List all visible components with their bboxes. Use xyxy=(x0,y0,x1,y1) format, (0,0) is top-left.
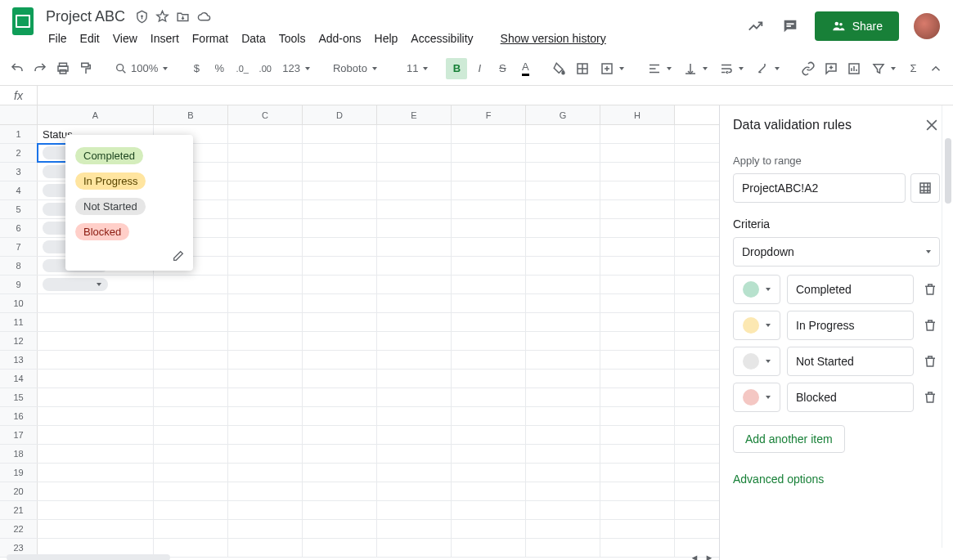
cell-E21[interactable] xyxy=(377,501,452,519)
cell-B17[interactable] xyxy=(154,426,228,444)
row-header-17[interactable]: 17 xyxy=(0,426,38,444)
row-header-15[interactable]: 15 xyxy=(0,388,38,406)
menu-format[interactable]: Format xyxy=(187,29,234,48)
cell-D17[interactable] xyxy=(303,426,377,444)
cell-A21[interactable] xyxy=(38,501,154,519)
cell-F11[interactable] xyxy=(452,313,526,331)
range-input[interactable]: ProjectABC!A2 xyxy=(733,173,906,203)
cell-D21[interactable] xyxy=(303,501,377,519)
delete-option-button[interactable] xyxy=(920,318,940,333)
cell-D2[interactable] xyxy=(303,144,377,162)
cell-G16[interactable] xyxy=(526,407,600,425)
fill-color-button[interactable] xyxy=(549,58,570,79)
column-header-D[interactable]: D xyxy=(303,105,377,124)
paint-format-button[interactable] xyxy=(75,58,97,79)
cell-G23[interactable] xyxy=(526,539,600,557)
cell-C20[interactable] xyxy=(228,482,303,500)
cell-D20[interactable] xyxy=(303,482,377,500)
cell-D3[interactable] xyxy=(303,163,377,181)
cell-C10[interactable] xyxy=(228,294,303,312)
close-panel-button[interactable] xyxy=(924,117,940,133)
cell-G8[interactable] xyxy=(526,257,600,275)
cell-D1[interactable] xyxy=(303,125,377,143)
cell-F12[interactable] xyxy=(452,332,526,350)
cell-B21[interactable] xyxy=(154,501,228,519)
number-format-dropdown[interactable]: 123 xyxy=(277,58,315,79)
cell-H13[interactable] xyxy=(600,351,675,369)
cell-F17[interactable] xyxy=(452,426,526,444)
cell-D9[interactable] xyxy=(303,276,377,293)
inspect-icon[interactable] xyxy=(135,10,149,24)
row-header-18[interactable]: 18 xyxy=(0,445,38,463)
h-align-dropdown[interactable] xyxy=(642,58,677,79)
column-header-E[interactable]: E xyxy=(377,105,452,124)
cell-F20[interactable] xyxy=(452,482,526,500)
cell-F13[interactable] xyxy=(452,351,526,369)
row-header-12[interactable]: 12 xyxy=(0,332,38,350)
cell-E3[interactable] xyxy=(377,163,452,181)
cell-E5[interactable] xyxy=(377,200,452,218)
cell-F19[interactable] xyxy=(452,464,526,482)
star-icon[interactable] xyxy=(155,10,169,24)
cell-G17[interactable] xyxy=(526,426,600,444)
column-header-G[interactable]: G xyxy=(526,105,600,124)
cell-F8[interactable] xyxy=(452,257,526,275)
zoom-dropdown[interactable]: 100% xyxy=(110,58,173,79)
cell-G22[interactable] xyxy=(526,520,600,538)
cell-F18[interactable] xyxy=(452,445,526,463)
cell-C6[interactable] xyxy=(228,219,303,237)
cell-H5[interactable] xyxy=(600,200,675,218)
column-header-C[interactable]: C xyxy=(228,105,303,124)
option-color-dropdown[interactable] xyxy=(733,275,780,304)
cell-C19[interactable] xyxy=(228,464,303,482)
decrease-decimal-button[interactable]: .0_ xyxy=(232,58,253,79)
cell-F7[interactable] xyxy=(452,238,526,256)
row-header-16[interactable]: 16 xyxy=(0,407,38,425)
option-color-dropdown[interactable] xyxy=(733,383,780,412)
column-header-A[interactable]: A xyxy=(38,105,154,124)
cell-B14[interactable] xyxy=(154,370,228,388)
cell-E10[interactable] xyxy=(377,294,452,312)
cell-H23[interactable] xyxy=(600,539,675,557)
edit-dropdown-icon[interactable] xyxy=(65,244,193,267)
cell-F3[interactable] xyxy=(452,163,526,181)
cell-F1[interactable] xyxy=(452,125,526,143)
row-header-21[interactable]: 21 xyxy=(0,501,38,519)
cell-B22[interactable] xyxy=(154,520,228,538)
cell-D4[interactable] xyxy=(303,181,377,199)
cell-B16[interactable] xyxy=(154,407,228,425)
option-color-dropdown[interactable] xyxy=(733,311,780,340)
option-color-dropdown[interactable] xyxy=(733,347,780,376)
dropdown-chip[interactable] xyxy=(43,278,108,291)
cell-D18[interactable] xyxy=(303,445,377,463)
row-header-5[interactable]: 5 xyxy=(0,200,38,218)
row-header-1[interactable]: 1 xyxy=(0,125,38,143)
cell-C4[interactable] xyxy=(228,181,303,199)
cell-D22[interactable] xyxy=(303,520,377,538)
add-item-button[interactable]: Add another item xyxy=(733,425,845,453)
redo-button[interactable] xyxy=(29,58,51,79)
cell-E16[interactable] xyxy=(377,407,452,425)
cell-F4[interactable] xyxy=(452,181,526,199)
cell-H8[interactable] xyxy=(600,257,675,275)
row-header-14[interactable]: 14 xyxy=(0,370,38,388)
cell-H12[interactable] xyxy=(600,332,675,350)
cell-C9[interactable] xyxy=(228,276,303,293)
cell-E12[interactable] xyxy=(377,332,452,350)
cell-E13[interactable] xyxy=(377,351,452,369)
menu-file[interactable]: File xyxy=(43,29,73,48)
option-value-input[interactable]: Not Started xyxy=(787,347,914,376)
cell-A13[interactable] xyxy=(38,351,154,369)
filter-dropdown[interactable] xyxy=(866,58,901,79)
cell-G6[interactable] xyxy=(526,219,600,237)
cell-E8[interactable] xyxy=(377,257,452,275)
increase-decimal-button[interactable]: .00 xyxy=(254,58,276,79)
option-value-input[interactable]: Blocked xyxy=(787,383,914,412)
cell-H21[interactable] xyxy=(600,501,675,519)
option-value-input[interactable]: Completed xyxy=(787,275,914,304)
dropdown-option[interactable]: Completed xyxy=(65,143,193,168)
column-header-H[interactable]: H xyxy=(600,105,675,124)
row-header-20[interactable]: 20 xyxy=(0,482,38,500)
cell-D11[interactable] xyxy=(303,313,377,331)
delete-option-button[interactable] xyxy=(920,390,940,405)
